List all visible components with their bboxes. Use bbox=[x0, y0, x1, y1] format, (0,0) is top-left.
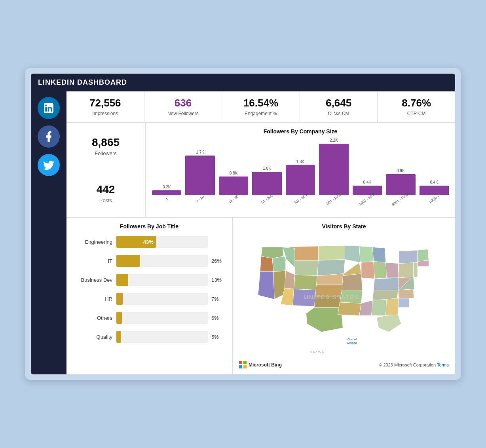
kpi-followers-value: 636 bbox=[148, 97, 218, 109]
svg-marker-12 bbox=[317, 259, 345, 275]
svg-marker-26 bbox=[386, 262, 399, 278]
kpi-impressions: 72,556 Impressions bbox=[66, 91, 144, 122]
job-bar-pct-4: 6% bbox=[211, 315, 226, 321]
bar-fill-8 bbox=[420, 186, 449, 195]
svg-marker-0 bbox=[261, 247, 284, 258]
bar-fill-6 bbox=[353, 186, 382, 195]
dashboard-header: LINKEDIN DASHBOARD bbox=[31, 74, 455, 91]
svg-marker-17 bbox=[345, 246, 361, 262]
svg-marker-23 bbox=[372, 247, 386, 262]
svg-marker-22 bbox=[359, 246, 374, 262]
bar-top-label-7: 0.9K bbox=[397, 169, 405, 173]
bing-label: Microsoft Bing bbox=[249, 362, 282, 368]
bottom-row: Followers By Job Title Engineering43%IT2… bbox=[66, 218, 455, 374]
job-bar-fill-1 bbox=[116, 255, 140, 267]
job-bar-name-4: Others bbox=[73, 315, 116, 321]
job-bar-row-5: Quality5% bbox=[73, 331, 226, 343]
job-bar-fill-3 bbox=[116, 293, 123, 305]
job-bar-name-1: IT bbox=[73, 258, 116, 264]
bar-group-7: 0.9K5001 - 10000 bbox=[386, 169, 415, 201]
svg-marker-27 bbox=[374, 278, 399, 290]
svg-marker-16 bbox=[306, 308, 343, 332]
job-bar-pct-3: 7% bbox=[211, 296, 226, 302]
job-bar-pct-2: 13% bbox=[211, 277, 226, 283]
bar-chart: 0.2K11.7K2 - 100.8K11 - 501.0K51 - 2001.… bbox=[152, 139, 449, 203]
facebook-icon[interactable] bbox=[38, 125, 60, 148]
bar-fill-5 bbox=[319, 144, 348, 195]
bar-fill-7 bbox=[386, 174, 415, 195]
bar-top-label-0: 0.2K bbox=[163, 185, 171, 189]
job-bar-pct-1: 26% bbox=[211, 258, 226, 264]
us-map: UNITED STATES Gulf of Mexico MEXICO bbox=[239, 236, 449, 359]
job-bar-row-2: Business Dev13% bbox=[73, 274, 226, 286]
kpi-clicks: 6,645 Clicks CM bbox=[300, 91, 378, 122]
bar-bottom-label-0: 1 bbox=[165, 197, 169, 201]
bar-group-6: 0.4K1001 - 5000 bbox=[353, 180, 382, 201]
svg-marker-39 bbox=[418, 249, 429, 262]
bar-top-label-8: 0.4K bbox=[430, 180, 438, 184]
svg-marker-8 bbox=[285, 271, 295, 289]
svg-marker-18 bbox=[343, 262, 361, 276]
linkedin-icon[interactable] bbox=[38, 97, 60, 119]
bar-chart-section: Followers By Company Size 0.2K11.7K2 - 1… bbox=[146, 123, 455, 217]
job-bar-track-5 bbox=[116, 331, 208, 343]
bar-bottom-label-1: 2 - 10 bbox=[195, 195, 205, 203]
bar-group-5: 2.2K501 - 1000 bbox=[319, 138, 348, 201]
twitter-icon[interactable] bbox=[38, 154, 60, 176]
stat-posts-label: Posts bbox=[99, 197, 112, 203]
svg-text:Mexico: Mexico bbox=[347, 341, 357, 345]
svg-marker-2 bbox=[258, 271, 274, 299]
bar-group-1: 1.7K2 - 10 bbox=[185, 150, 215, 201]
bar-group-3: 1.0K51 - 200 bbox=[252, 166, 281, 201]
svg-marker-37 bbox=[399, 262, 413, 278]
bing-logo: Microsoft Bing bbox=[239, 361, 282, 369]
terms-link[interactable]: Terms bbox=[437, 363, 449, 367]
stat-posts-value: 442 bbox=[97, 183, 115, 196]
bar-bottom-label-2: 11 - 50 bbox=[228, 194, 239, 204]
job-title-section: Followers By Job Title Engineering43%IT2… bbox=[66, 218, 233, 374]
copyright-text: © 2023 Microsoft Corporation bbox=[379, 363, 436, 367]
dashboard-title: LINKEDIN DASHBOARD bbox=[38, 78, 127, 86]
job-title-chart-title: Followers By Job Title bbox=[73, 223, 226, 230]
job-bar-pct-5: 5% bbox=[211, 334, 226, 340]
bar-group-0: 0.2K1 bbox=[152, 185, 181, 201]
job-bar-track-2 bbox=[116, 274, 208, 286]
svg-marker-7 bbox=[294, 275, 317, 290]
bar-group-2: 0.8K11 - 50 bbox=[219, 171, 248, 201]
kpi-ctr-label: CTR CM bbox=[382, 111, 451, 116]
svg-marker-34 bbox=[398, 289, 414, 298]
kpi-impressions-value: 72,556 bbox=[70, 97, 140, 109]
stat-followers: 8,865 Followers bbox=[66, 123, 145, 170]
bar-top-label-5: 2.2K bbox=[330, 138, 338, 142]
us-map-svg: UNITED STATES Gulf of Mexico MEXICO bbox=[239, 236, 449, 359]
bar-top-label-4: 1.3K bbox=[296, 159, 305, 164]
kpi-engagement-value: 16.54% bbox=[226, 97, 296, 109]
sidebar bbox=[31, 91, 66, 374]
stat-posts: 442 Posts bbox=[66, 170, 145, 217]
svg-marker-31 bbox=[386, 298, 399, 316]
bar-top-label-1: 1.7K bbox=[196, 150, 204, 154]
svg-marker-11 bbox=[318, 246, 346, 260]
bar-bottom-label-8: 10001+ bbox=[428, 194, 440, 204]
job-bar-name-2: Business Dev bbox=[73, 277, 116, 283]
stat-followers-label: Followers bbox=[95, 150, 117, 156]
svg-text:UNITED STATES: UNITED STATES bbox=[304, 294, 359, 300]
job-bar-fill-4 bbox=[116, 312, 122, 324]
svg-marker-21 bbox=[338, 302, 361, 316]
bar-fill-2 bbox=[219, 177, 248, 195]
stat-followers-value: 8,865 bbox=[92, 136, 120, 149]
kpi-impressions-label: Impressions bbox=[70, 111, 140, 116]
svg-marker-6 bbox=[295, 260, 318, 276]
map-section: Visitors By State bbox=[233, 218, 455, 374]
bar-top-label-3: 1.0K bbox=[263, 166, 271, 171]
stat-column: 8,865 Followers 442 Posts bbox=[66, 123, 146, 217]
svg-marker-32 bbox=[377, 315, 401, 332]
job-bar-row-3: HR7% bbox=[73, 293, 226, 305]
kpi-ctr-value: 8.76% bbox=[382, 97, 451, 109]
kpi-clicks-label: Clicks CM bbox=[304, 111, 374, 116]
job-bar-row-4: Others6% bbox=[73, 312, 226, 324]
svg-marker-19 bbox=[342, 274, 363, 290]
job-bar-track-0: 43% bbox=[116, 236, 208, 248]
kpi-engagement-label: Engagement % bbox=[226, 111, 296, 116]
job-bar-fill-2 bbox=[116, 274, 128, 286]
